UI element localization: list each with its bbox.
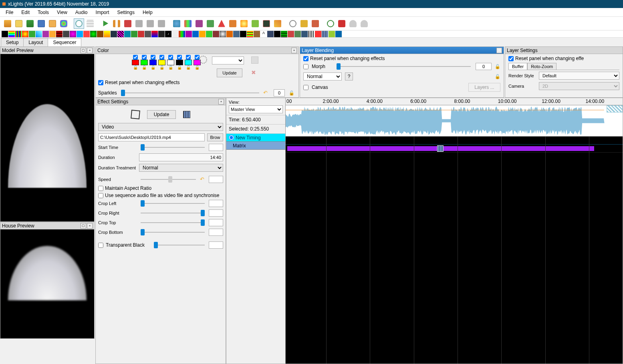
timing-track[interactable] bbox=[286, 137, 623, 145]
speed-slider[interactable] bbox=[141, 179, 196, 180]
fx-icon[interactable] bbox=[42, 31, 49, 37]
swatch-checkbox[interactable] bbox=[159, 55, 164, 60]
tab-layout[interactable]: Layout bbox=[23, 38, 48, 46]
fx-icon[interactable] bbox=[329, 31, 335, 37]
start-time-value[interactable] bbox=[209, 144, 223, 151]
fx-icon[interactable] bbox=[294, 31, 301, 37]
fx-icon[interactable] bbox=[63, 31, 69, 37]
tb-loop[interactable] bbox=[156, 18, 167, 29]
fx-icon[interactable]: A bbox=[260, 31, 267, 37]
reset-checkbox[interactable] bbox=[303, 56, 308, 61]
fx-icon[interactable] bbox=[274, 31, 280, 37]
reset-checkbox[interactable] bbox=[98, 80, 103, 85]
view-select[interactable]: Master View bbox=[229, 105, 283, 113]
browse-button[interactable]: Brow bbox=[207, 133, 223, 141]
fx-icon[interactable] bbox=[213, 31, 219, 37]
fx-icon[interactable] bbox=[36, 31, 42, 37]
close-icon[interactable]: × bbox=[291, 48, 297, 53]
morph-slider[interactable] bbox=[337, 66, 471, 67]
fx-icon[interactable] bbox=[70, 31, 76, 37]
fx-icon[interactable] bbox=[206, 31, 212, 37]
track-area[interactable] bbox=[286, 137, 623, 364]
color-swatch[interactable] bbox=[132, 60, 139, 65]
tab-sequencer[interactable]: Sequencer bbox=[48, 38, 81, 46]
fx-icon[interactable] bbox=[2, 31, 8, 37]
fx-icon[interactable] bbox=[111, 31, 117, 37]
randomize-icon[interactable] bbox=[131, 110, 140, 119]
crop-right-slider[interactable] bbox=[141, 213, 205, 213]
lock-icon[interactable]: 🔓 bbox=[177, 65, 182, 71]
tb-stopred[interactable] bbox=[337, 18, 347, 29]
tb-help[interactable] bbox=[325, 18, 336, 29]
lock-icon[interactable]: 🔓 bbox=[495, 64, 500, 69]
lock-icon[interactable]: 🔓 bbox=[142, 65, 147, 71]
menu-import[interactable]: Import bbox=[92, 10, 113, 15]
color-swatch[interactable] bbox=[158, 60, 165, 65]
close-icon[interactable]: × bbox=[87, 48, 93, 53]
menu-view[interactable]: View bbox=[53, 10, 71, 15]
fx-icon[interactable] bbox=[151, 31, 158, 37]
fx-icon[interactable] bbox=[138, 31, 144, 37]
tb-open[interactable] bbox=[14, 18, 24, 29]
fx-icon[interactable]: ♪ bbox=[165, 31, 171, 37]
fx-icon[interactable] bbox=[199, 31, 206, 37]
tb-new[interactable] bbox=[2, 18, 13, 29]
tb-zoom[interactable] bbox=[288, 18, 298, 29]
undo-icon[interactable]: ↶ bbox=[200, 176, 206, 183]
fx-icon[interactable] bbox=[301, 31, 308, 37]
house-preview-viewport[interactable] bbox=[0, 229, 94, 338]
tab-setup[interactable]: Setup bbox=[1, 38, 24, 46]
transparent-black-slider[interactable] bbox=[154, 245, 205, 245]
effect-type-select[interactable]: Video bbox=[98, 123, 223, 131]
tb-fx2[interactable] bbox=[183, 18, 193, 29]
maintain-aspect-checkbox[interactable] bbox=[98, 186, 103, 191]
canvas-checkbox[interactable] bbox=[303, 85, 308, 90]
use-audio-checkbox[interactable] bbox=[98, 193, 103, 198]
fx-icon[interactable] bbox=[254, 31, 260, 37]
menu-file[interactable]: File bbox=[2, 10, 17, 15]
fx-video-icon[interactable] bbox=[322, 31, 328, 37]
color-swatch[interactable] bbox=[149, 60, 157, 65]
fx-icon[interactable] bbox=[145, 31, 151, 37]
close-icon[interactable]: × bbox=[496, 48, 502, 53]
fx-icon[interactable] bbox=[29, 31, 35, 37]
color-swatch[interactable] bbox=[141, 60, 148, 65]
menu-tools[interactable]: Tools bbox=[34, 10, 53, 15]
dock-icon[interactable]: ▢ bbox=[81, 48, 86, 53]
timing-row[interactable]: New Timing bbox=[226, 134, 285, 142]
fx-icon[interactable] bbox=[90, 31, 97, 37]
fx-icon[interactable] bbox=[288, 31, 294, 37]
tb-open-folder[interactable] bbox=[25, 18, 35, 29]
fx-icon[interactable] bbox=[226, 31, 233, 37]
color-swatch[interactable] bbox=[185, 60, 192, 65]
undo-icon[interactable]: ↶ bbox=[263, 90, 270, 96]
tb-grid[interactable] bbox=[85, 18, 95, 29]
tb-fx10[interactable] bbox=[272, 18, 283, 29]
crop-bottom-slider[interactable] bbox=[141, 232, 205, 233]
fx-icon[interactable] bbox=[179, 31, 185, 37]
fx-icon[interactable] bbox=[233, 31, 240, 37]
tb-pause[interactable] bbox=[111, 18, 122, 29]
crop-top-slider[interactable] bbox=[141, 222, 205, 223]
fx-icon[interactable] bbox=[172, 31, 178, 37]
fx-icon[interactable] bbox=[281, 31, 287, 37]
model-track[interactable] bbox=[286, 145, 623, 153]
sparkles-slider[interactable] bbox=[121, 93, 259, 93]
time-ruler[interactable]: 002:00.004:00.006:00.008:00.0010:00.0012… bbox=[286, 98, 623, 105]
palette-select[interactable] bbox=[212, 56, 244, 64]
fx-icon[interactable] bbox=[117, 31, 124, 37]
fx-icon[interactable] bbox=[97, 31, 103, 37]
lock-icon[interactable]: 🔓 bbox=[159, 65, 164, 71]
lock-icon[interactable]: 🔓 bbox=[151, 65, 155, 71]
menu-audio[interactable]: Audio bbox=[71, 10, 92, 15]
menu-help[interactable]: Help bbox=[139, 10, 157, 15]
lock-icon[interactable]: 🔓 bbox=[289, 90, 294, 96]
close-icon[interactable]: × bbox=[218, 99, 224, 105]
delete-icon[interactable]: ✖ bbox=[250, 69, 257, 76]
tb-fx8[interactable] bbox=[250, 18, 260, 29]
tb-fx3[interactable] bbox=[194, 18, 204, 29]
crop-left-slider[interactable] bbox=[141, 203, 205, 204]
swatch-checkbox[interactable] bbox=[142, 55, 147, 60]
fx-icon[interactable] bbox=[8, 31, 15, 37]
tab-rotozoom[interactable]: Roto-Zoom bbox=[527, 63, 556, 70]
